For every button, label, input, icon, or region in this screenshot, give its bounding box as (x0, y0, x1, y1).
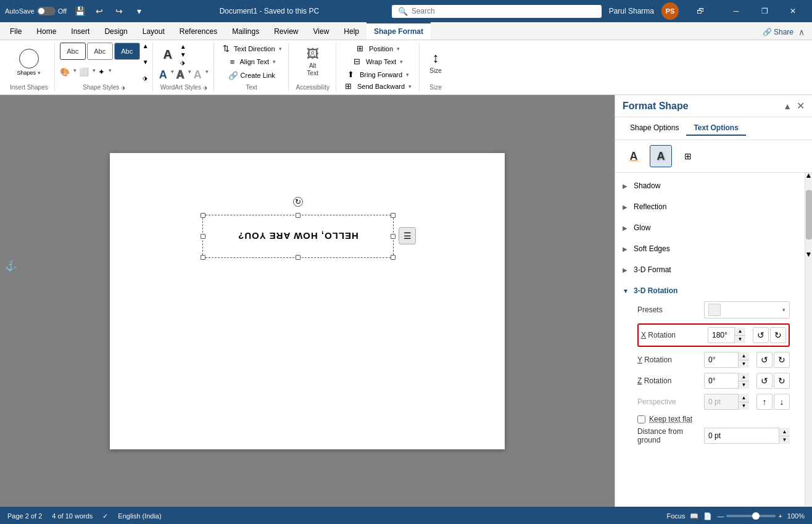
shape-outline-btn[interactable]: ⬜ (79, 67, 89, 77)
perspective-down[interactable]: ▼ (738, 402, 749, 410)
shape-style-1[interactable]: Abc (60, 43, 86, 60)
soft-edges-row[interactable]: ▶ Soft Edges (623, 241, 797, 257)
panel-close-btn[interactable]: ✕ (797, 100, 805, 112)
shape-options-tab[interactable]: Shape Options (623, 121, 686, 136)
tab-help[interactable]: Help (336, 22, 367, 40)
ribbon-collapse-btn[interactable]: ∧ (798, 27, 805, 37)
zoom-in-btn[interactable]: + (778, 512, 782, 520)
tab-review[interactable]: Review (267, 22, 305, 40)
shape-fill-btn[interactable]: 🎨 (60, 67, 70, 77)
keep-text-flat-checkbox[interactable] (637, 415, 645, 423)
z-rotate-cw-btn[interactable]: ↻ (774, 373, 790, 389)
text-box-panel-icon[interactable]: ⊞ (677, 145, 699, 167)
text-fill-arrow[interactable]: ▾ (171, 69, 174, 81)
minimize-btn[interactable]: ─ (722, 0, 750, 22)
send-backward-btn[interactable]: ⊞ Send Backward ▾ (341, 80, 415, 92)
distance-up[interactable]: ▲ (779, 428, 790, 436)
three-d-format-row[interactable]: ▶ 3-D Format (623, 262, 797, 278)
scroll-thumb[interactable] (806, 190, 812, 239)
styles-expand-up[interactable]: ▲ (143, 43, 149, 49)
align-text-btn[interactable]: ≡ Align Text ▾ (225, 56, 278, 68)
text-effects-btn[interactable]: A (194, 69, 202, 81)
styles-more[interactable]: ⬗ (143, 75, 149, 81)
share-btn[interactable]: 🔗 Share (763, 28, 793, 36)
shape-fill-arrow[interactable]: ▾ (73, 67, 77, 77)
x-rotate-right-btn[interactable]: ↻ (770, 327, 786, 343)
text-fill-panel-icon[interactable]: A (623, 145, 645, 167)
text-direction-arrow[interactable]: ▾ (279, 46, 282, 52)
distance-down[interactable]: ▼ (779, 436, 790, 444)
undo-icon[interactable]: ↩ (91, 4, 107, 18)
layout-options-btn[interactable]: ☰ (399, 227, 416, 244)
wrap-text-btn[interactable]: ⊟ Wrap Text ▾ (350, 56, 407, 67)
user-avatar[interactable]: PS (661, 2, 679, 20)
z-rotation-down[interactable]: ▼ (738, 381, 749, 389)
x-rotation-up[interactable]: ▲ (734, 327, 745, 336)
rotate-handle[interactable]: ↻ (293, 197, 303, 207)
tab-shape-format[interactable]: Shape Format (367, 22, 431, 40)
panel-scrollbar[interactable]: ▲ ▼ (805, 173, 812, 507)
panel-minimize-btn[interactable]: ▲ (783, 101, 792, 111)
position-btn[interactable]: ⊞ Position ▾ (353, 43, 404, 54)
text-effects-arrow[interactable]: ▾ (205, 69, 209, 81)
shape-outline-arrow[interactable]: ▾ (93, 67, 96, 77)
shadow-row[interactable]: ▶ Shadow (623, 178, 797, 194)
zoom-level[interactable]: 100% (787, 512, 805, 520)
text-fill-btn[interactable]: A (159, 69, 167, 81)
wordart-expand-icon[interactable]: ⬗ (203, 85, 207, 91)
shape-style-3[interactable]: Abc (114, 43, 140, 60)
z-rotation-up[interactable]: ▲ (738, 373, 749, 381)
zoom-track[interactable] (726, 515, 776, 517)
text-effects-panel-icon[interactable]: A (650, 145, 672, 167)
ribbon-display-btn[interactable]: 🗗 (686, 0, 715, 22)
size-btn[interactable]: ↕ Size (425, 44, 447, 81)
shape-container[interactable]: ↻ HELLO, HOW ARE YOU? ☰ (202, 215, 394, 258)
tab-file[interactable]: File (2, 22, 29, 40)
shape-effects-btn[interactable]: ✦ (98, 67, 105, 77)
perspective-dec-btn[interactable]: ↓ (774, 394, 790, 410)
alt-text-btn[interactable]: 🖼 AltText (302, 44, 324, 81)
keep-text-flat-label[interactable]: Keep text flat (649, 415, 692, 423)
bring-forward-btn[interactable]: ⬆ Bring Forward ▾ (344, 69, 413, 80)
scroll-up-btn[interactable]: ▲ (805, 173, 812, 178)
shape-styles-expand-icon[interactable]: ⬗ (121, 85, 125, 91)
x-rotation-down[interactable]: ▼ (734, 336, 745, 344)
wordart-down[interactable]: ▼ (180, 51, 186, 58)
reflection-row[interactable]: ▶ Reflection (623, 199, 797, 215)
z-rotate-ccw-btn[interactable]: ↺ (756, 373, 773, 389)
text-direction-btn[interactable]: ⇅ Text Direction ▾ (219, 43, 284, 54)
autosave-toggle[interactable] (37, 7, 56, 15)
wordart-more[interactable]: ⬗ (180, 59, 186, 66)
print-layout-icon[interactable]: 📄 (703, 512, 712, 520)
customize-icon[interactable]: ▾ (131, 4, 147, 18)
distance-input[interactable] (704, 428, 790, 444)
styles-expand-down[interactable]: ▼ (143, 59, 149, 65)
tab-view[interactable]: View (306, 22, 337, 40)
shape-effects-arrow[interactable]: ▾ (109, 67, 112, 77)
y-rotate-right-btn[interactable]: ↻ (774, 352, 790, 368)
tab-design[interactable]: Design (97, 22, 135, 40)
redo-icon[interactable]: ↪ (111, 4, 127, 18)
text-outline-arrow[interactable]: ▾ (188, 69, 191, 81)
shapes-btn[interactable]: Shapes ▾ (15, 44, 44, 81)
search-input[interactable] (412, 7, 572, 15)
bring-forward-arrow[interactable]: ▾ (406, 72, 409, 78)
wrap-text-arrow[interactable]: ▾ (400, 59, 403, 65)
tab-layout[interactable]: Layout (135, 22, 172, 40)
read-mode-icon[interactable]: 📖 (690, 512, 698, 520)
restore-btn[interactable]: ❐ (750, 0, 779, 22)
zoom-slider[interactable]: — + (717, 512, 782, 520)
tab-home[interactable]: Home (29, 22, 64, 40)
y-rotation-up[interactable]: ▲ (738, 352, 749, 360)
y-rotate-left-btn[interactable]: ↺ (756, 352, 773, 368)
presets-dropdown[interactable]: ▾ (704, 301, 790, 318)
shape-style-2[interactable]: Abc (87, 43, 113, 60)
three-d-rotation-row[interactable]: ▼ 3-D Rotation (623, 283, 797, 299)
wordart-up[interactable]: ▲ (180, 43, 186, 50)
x-rotate-left-btn[interactable]: ↺ (753, 327, 769, 343)
close-btn[interactable]: ✕ (779, 0, 807, 22)
glow-row[interactable]: ▶ Glow (623, 220, 797, 236)
position-arrow[interactable]: ▾ (397, 46, 400, 52)
scroll-down-btn[interactable]: ▼ (805, 252, 812, 257)
autosave-badge[interactable]: AutoSave Off (5, 7, 67, 15)
